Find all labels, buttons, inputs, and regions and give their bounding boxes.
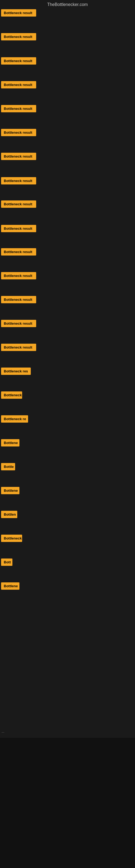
bottleneck-card-14[interactable]: Bottleneck result bbox=[1, 320, 36, 327]
bottleneck-card-12[interactable]: Bottleneck result bbox=[1, 272, 36, 279]
bottleneck-card-3[interactable]: Bottleneck result bbox=[1, 57, 36, 65]
bottleneck-card-6[interactable]: Bottleneck result bbox=[1, 129, 36, 136]
bottleneck-card-24[interactable]: Bott bbox=[1, 558, 12, 566]
bottleneck-card-9[interactable]: Bottleneck result bbox=[1, 200, 36, 208]
bottleneck-card-2[interactable]: Bottleneck result bbox=[1, 33, 36, 40]
page-wrapper: TheBottlenecker.com Bottleneck resultBot… bbox=[0, 0, 135, 868]
bottleneck-card-22[interactable]: Bottlen bbox=[1, 511, 17, 518]
bottleneck-card-5[interactable]: Bottleneck result bbox=[1, 105, 36, 112]
cards-container: Bottleneck resultBottleneck resultBottle… bbox=[0, 9, 135, 660]
bottleneck-card-20[interactable]: Bottle bbox=[1, 463, 15, 470]
bottleneck-card-25[interactable]: Bottlene bbox=[1, 582, 19, 590]
bottleneck-card-16[interactable]: Bottleneck res bbox=[1, 368, 31, 375]
bottleneck-card-4[interactable]: Bottleneck result bbox=[1, 81, 36, 88]
bottleneck-card-7[interactable]: Bottleneck result bbox=[1, 153, 36, 160]
bottom-dark-section bbox=[0, 738, 135, 868]
ellipsis-marker: ... bbox=[1, 727, 5, 736]
bottleneck-card-19[interactable]: Bottlene bbox=[1, 439, 19, 446]
bottleneck-card-10[interactable]: Bottleneck result bbox=[1, 225, 36, 232]
bottleneck-card-21[interactable]: Bottlene bbox=[1, 487, 19, 494]
bottleneck-card-13[interactable]: Bottleneck result bbox=[1, 296, 36, 303]
bottleneck-card-18[interactable]: Bottleneck re bbox=[1, 415, 28, 423]
bottleneck-card-1[interactable]: Bottleneck result bbox=[1, 9, 36, 17]
bottleneck-card-17[interactable]: Bottleneck bbox=[1, 392, 22, 399]
site-title: TheBottlenecker.com bbox=[0, 0, 135, 9]
bottleneck-card-8[interactable]: Bottleneck result bbox=[1, 177, 36, 184]
bottleneck-card-11[interactable]: Bottleneck result bbox=[1, 248, 36, 255]
bottleneck-card-23[interactable]: Bottleneck bbox=[1, 535, 22, 542]
bottleneck-card-15[interactable]: Bottleneck result bbox=[1, 344, 36, 351]
